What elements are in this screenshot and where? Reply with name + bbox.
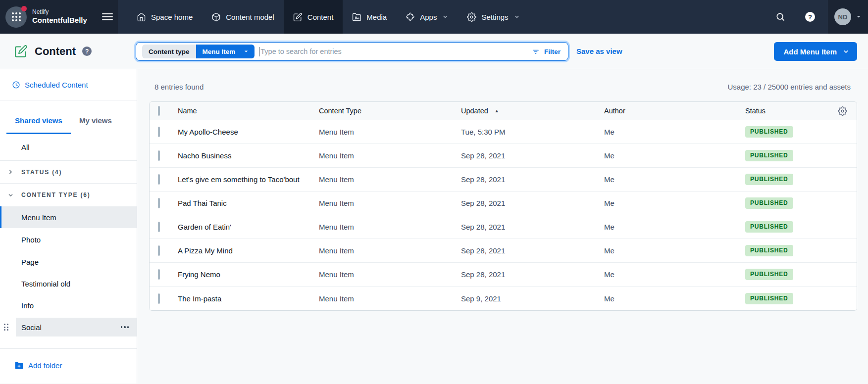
entry-content-type: Menu Item: [319, 294, 461, 303]
entry-author: Me: [604, 175, 745, 184]
entry-content-type: Menu Item: [319, 151, 461, 160]
table-row[interactable]: The Im-pasta Menu Item Sep 9, 2021 Me PU…: [150, 287, 857, 310]
table-settings-button[interactable]: [829, 106, 857, 116]
status-badge: PUBLISHED: [745, 221, 793, 233]
row-checkbox[interactable]: [158, 150, 160, 161]
table-row[interactable]: A Pizza My Mind Menu Item Sep 28, 2021 M…: [150, 239, 857, 263]
help-icon: ?: [808, 13, 812, 21]
tab-shared-views[interactable]: Shared views: [6, 113, 71, 134]
entry-content-type: Menu Item: [319, 246, 461, 255]
clock-icon: [12, 81, 20, 89]
more-options-button[interactable]: [121, 323, 129, 331]
row-checkbox[interactable]: [158, 245, 160, 256]
entry-content-type: Menu Item: [319, 270, 461, 279]
nav-item-label: Content model: [226, 13, 274, 21]
chevron-down-icon: [243, 48, 249, 54]
page-title: Content: [35, 45, 76, 58]
entry-name: Frying Nemo: [178, 270, 319, 279]
scheduled-content-link[interactable]: Scheduled Content: [0, 69, 137, 100]
column-header-updated[interactable]: Updated ▲: [461, 107, 604, 115]
nav-item-space-home[interactable]: Space home: [127, 0, 202, 34]
chevron-down-icon: [856, 14, 862, 20]
view-item-menu-item[interactable]: Menu Item: [0, 206, 137, 228]
select-all-checkbox[interactable]: [158, 106, 160, 116]
section-content-type[interactable]: CONTENT TYPE (6): [0, 184, 137, 206]
table-row[interactable]: My Apollo-Cheese Menu Item Tue, 5:30 PM …: [150, 120, 857, 144]
section-status[interactable]: STATUS (4): [0, 161, 137, 184]
page-help-button[interactable]: ?: [82, 47, 92, 56]
nav-item-content-model[interactable]: Content model: [202, 0, 284, 34]
help-button[interactable]: ?: [805, 12, 815, 22]
filter-pill-value[interactable]: Menu Item: [196, 45, 255, 58]
filter-label: Filter: [544, 48, 561, 55]
nav-item-media[interactable]: Media: [343, 0, 396, 34]
status-badge: PUBLISHED: [745, 174, 793, 185]
column-header-content-type: Content Type: [319, 107, 461, 115]
search-button[interactable]: [775, 12, 785, 22]
view-item-social[interactable]: Social: [16, 318, 137, 336]
entry-updated: Sep 9, 2021: [461, 294, 604, 303]
table-row[interactable]: Let's give em something to Taco'bout Men…: [150, 168, 857, 192]
status-badge: PUBLISHED: [745, 269, 793, 280]
help-icon: ?: [85, 48, 89, 55]
entry-author: Me: [604, 294, 745, 303]
entry-author: Me: [604, 223, 745, 231]
entry-updated: Sep 28, 2021: [461, 223, 604, 231]
nav-item-settings[interactable]: Settings: [458, 0, 529, 34]
chevron-down-icon: [442, 14, 448, 20]
search-input[interactable]: [259, 48, 526, 55]
entry-name: Let's give em something to Taco'bout: [178, 175, 319, 184]
apps-icon: [406, 12, 415, 22]
sidebar-divider: [0, 348, 137, 349]
content-type-filter-pill[interactable]: Content type Menu Item: [142, 45, 255, 58]
table-row[interactable]: Garden of Eatin' Menu Item Sep 28, 2021 …: [150, 215, 857, 239]
view-item-page[interactable]: Page: [0, 251, 137, 273]
nav-item-apps[interactable]: Apps: [396, 0, 458, 34]
content-page-icon: [14, 45, 28, 58]
table-row[interactable]: Frying Nemo Menu Item Sep 28, 2021 Me PU…: [150, 263, 857, 287]
row-checkbox[interactable]: [158, 127, 160, 137]
chevron-down-icon: [514, 14, 520, 20]
save-as-view-link[interactable]: Save as view: [576, 34, 622, 69]
entry-name: A Pizza My Mind: [178, 246, 319, 255]
entry-author: Me: [604, 246, 745, 255]
tab-my-views[interactable]: My views: [71, 113, 120, 134]
entry-updated: Sep 28, 2021: [461, 175, 604, 184]
table-row[interactable]: Pad Thai Tanic Menu Item Sep 28, 2021 Me…: [150, 192, 857, 215]
view-item-photo[interactable]: Photo: [0, 228, 137, 251]
entry-name: Garden of Eatin': [178, 223, 319, 231]
section-content-type-label: CONTENT TYPE (6): [21, 192, 90, 198]
apps-grid-icon: [12, 12, 21, 21]
space-name: ContentfulBelly: [32, 16, 100, 25]
add-menu-item-button[interactable]: Add Menu Item: [774, 42, 858, 61]
row-checkbox[interactable]: [158, 198, 160, 208]
workspace-label: Netlify: [32, 8, 100, 15]
views-sidebar: Scheduled Content Shared views My views …: [0, 69, 137, 384]
section-status-label: STATUS (4): [21, 169, 62, 176]
row-checkbox[interactable]: [158, 174, 160, 185]
view-item-info[interactable]: Info: [0, 294, 137, 316]
row-checkbox[interactable]: [158, 222, 160, 232]
content-icon: [293, 12, 303, 22]
view-item-all[interactable]: All: [0, 134, 137, 161]
entry-updated: Sep 28, 2021: [461, 199, 604, 207]
filter-button[interactable]: Filter: [526, 48, 566, 55]
nav-item-label: Space home: [151, 13, 193, 21]
entry-content-type: Menu Item: [319, 128, 461, 136]
add-folder-button[interactable]: Add folder: [0, 361, 137, 370]
entries-table: Name Content Type Updated ▲ Author Statu…: [149, 101, 857, 311]
top-navigation: Netlify ContentfulBelly Space home Conte…: [0, 0, 868, 34]
view-item-testimonial-old[interactable]: Testimonial old: [0, 273, 137, 294]
table-row[interactable]: Nacho Business Menu Item Sep 28, 2021 Me…: [150, 144, 857, 168]
hamburger-menu-button[interactable]: [102, 13, 113, 20]
chevron-right-icon: [7, 169, 14, 175]
drag-handle-icon[interactable]: [4, 324, 8, 331]
entry-content-type: Menu Item: [319, 199, 461, 207]
row-checkbox[interactable]: [158, 293, 160, 304]
entry-name: Pad Thai Tanic: [178, 199, 319, 207]
row-checkbox[interactable]: [158, 269, 160, 280]
app-switcher-button[interactable]: [5, 6, 27, 28]
entry-updated: Tue, 5:30 PM: [461, 128, 604, 136]
account-menu-button[interactable]: ND: [828, 0, 868, 34]
nav-item-content[interactable]: Content: [284, 0, 343, 34]
